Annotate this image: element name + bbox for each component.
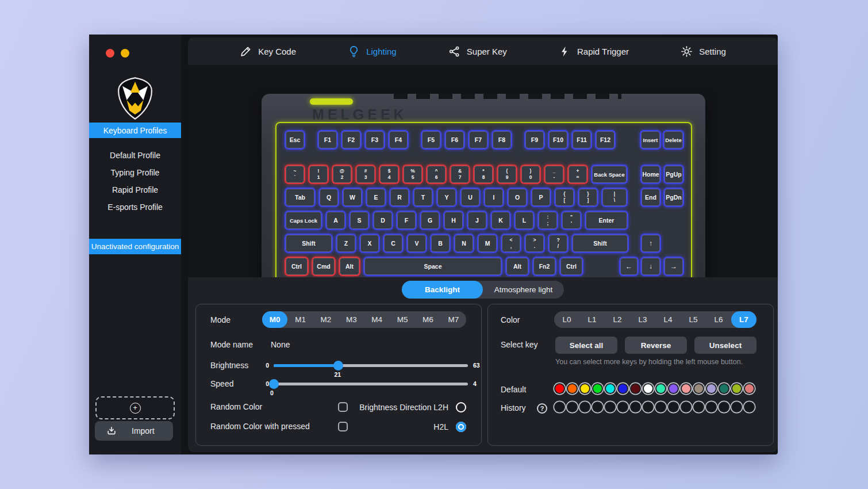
tab-rapid-trigger[interactable]: Rapid Trigger <box>559 45 629 58</box>
history-swatch-15[interactable] <box>732 403 741 411</box>
default-swatch-9[interactable] <box>656 384 665 393</box>
key-pgdn[interactable]: PgDn <box>663 188 684 207</box>
h2l-radio[interactable] <box>456 422 466 432</box>
key-f11[interactable]: F11 <box>571 130 592 150</box>
key-p[interactable]: P <box>531 188 551 207</box>
default-swatch-13[interactable] <box>707 384 716 393</box>
brightness-slider[interactable]: 21 <box>274 364 468 367</box>
key-home[interactable]: Home <box>640 165 661 184</box>
sidebar-item-default-profile[interactable]: Default Profile <box>89 147 181 164</box>
key-arrow-right[interactable]: → <box>663 257 684 276</box>
mode-option-m2[interactable]: M2 <box>313 311 339 328</box>
key-l[interactable]: L <box>514 211 535 230</box>
reverse-button[interactable]: Reverse <box>625 337 687 354</box>
default-swatch-3[interactable] <box>581 384 589 393</box>
key-b[interactable]: B <box>430 234 451 253</box>
default-swatch-16[interactable] <box>745 384 754 393</box>
history-help-icon[interactable]: ? <box>537 403 547 414</box>
sidebar-item-e-sports-profile[interactable]: E-sports Profile <box>89 198 181 216</box>
history-swatch-4[interactable] <box>593 403 602 411</box>
key-equals[interactable]: += <box>567 165 588 184</box>
key-f1[interactable]: F1 <box>317 130 338 150</box>
key-period[interactable]: >. <box>524 234 545 253</box>
default-swatch-8[interactable] <box>644 384 652 393</box>
key-arrow-down[interactable]: ↓ <box>640 257 661 276</box>
color-option-l5[interactable]: L5 <box>681 311 706 328</box>
key-3[interactable]: #3 <box>355 165 376 184</box>
history-swatch-14[interactable] <box>720 403 728 411</box>
key-shift-left[interactable]: Shift <box>285 234 333 253</box>
key-space[interactable]: Space <box>363 257 502 276</box>
key-alt-left[interactable]: Alt <box>339 257 360 276</box>
history-swatch-3[interactable] <box>581 403 589 411</box>
default-swatch-5[interactable] <box>606 384 614 393</box>
key-minus[interactable]: _- <box>544 165 564 184</box>
close-window-button[interactable] <box>106 49 114 58</box>
key-t[interactable]: T <box>413 188 433 207</box>
default-swatch-10[interactable] <box>669 384 678 393</box>
key-arrow-up[interactable]: ↑ <box>640 234 661 253</box>
key-z[interactable]: Z <box>336 234 356 253</box>
key-2[interactable]: @2 <box>332 165 352 184</box>
key-slash[interactable]: ?/ <box>548 234 569 253</box>
mode-option-m3[interactable]: M3 <box>339 311 364 328</box>
history-swatch-10[interactable] <box>669 403 678 411</box>
color-option-l3[interactable]: L3 <box>630 311 655 328</box>
key-e[interactable]: E <box>366 188 386 207</box>
key-f3[interactable]: F3 <box>364 130 385 150</box>
default-swatch-7[interactable] <box>631 384 640 393</box>
key-tilde[interactable]: ~` <box>285 165 305 184</box>
history-swatch-9[interactable] <box>656 403 665 411</box>
key-j[interactable]: J <box>467 211 487 230</box>
key-f2[interactable]: F2 <box>341 130 362 150</box>
color-option-l6[interactable]: L6 <box>706 311 731 328</box>
unselect-button[interactable]: Unselect <box>694 337 756 354</box>
key-o[interactable]: O <box>507 188 528 207</box>
key-pgup[interactable]: PgUp <box>663 165 684 184</box>
key-bracket-right[interactable]: }] <box>578 188 598 207</box>
import-button[interactable]: Import <box>95 421 173 441</box>
key-g[interactable]: G <box>420 211 440 230</box>
key-q[interactable]: Q <box>318 188 339 207</box>
key-f8[interactable]: F8 <box>491 130 512 150</box>
key-6[interactable]: ^6 <box>426 165 447 184</box>
key-tab[interactable]: Tab <box>285 188 316 207</box>
key-u[interactable]: U <box>460 188 481 207</box>
key-delete[interactable]: Delete <box>663 130 684 150</box>
key-d[interactable]: D <box>372 211 393 230</box>
default-swatch-6[interactable] <box>619 384 627 393</box>
history-swatch-13[interactable] <box>707 403 716 411</box>
speed-slider-thumb[interactable] <box>269 379 279 389</box>
key-0[interactable]: )0 <box>520 165 541 184</box>
l2h-radio[interactable] <box>456 402 466 412</box>
color-option-l2[interactable]: L2 <box>605 311 630 328</box>
key-9[interactable]: (9 <box>497 165 517 184</box>
tab-super-key[interactable]: Super Key <box>448 45 507 58</box>
key-bracket-left[interactable]: {[ <box>554 188 575 207</box>
key-f7[interactable]: F7 <box>468 130 489 150</box>
key-insert[interactable]: Insert <box>640 130 661 150</box>
key-4[interactable]: $4 <box>379 165 400 184</box>
key-k[interactable]: K <box>490 211 511 230</box>
key-cmd[interactable]: Cmd <box>312 257 336 276</box>
tab-setting[interactable]: Setting <box>681 45 726 58</box>
key-a[interactable]: A <box>325 211 346 230</box>
key-shift-right[interactable]: Shift <box>571 234 629 253</box>
color-option-l1[interactable]: L1 <box>579 311 605 328</box>
atmosphere-light-tab[interactable]: Atmosphere light <box>483 281 564 299</box>
mode-option-m5[interactable]: M5 <box>390 311 415 328</box>
add-profile-button[interactable]: + <box>95 396 175 419</box>
history-swatch-16[interactable] <box>745 403 754 411</box>
history-swatch-12[interactable] <box>694 403 703 411</box>
default-swatch-12[interactable] <box>694 384 703 393</box>
key-m[interactable]: M <box>477 234 498 253</box>
key-i[interactable]: I <box>483 188 504 207</box>
key-r[interactable]: R <box>389 188 410 207</box>
select-all-button[interactable]: Select all <box>555 337 617 354</box>
color-option-l4[interactable]: L4 <box>655 311 681 328</box>
key-f12[interactable]: F12 <box>595 130 616 150</box>
minimize-window-button[interactable] <box>121 49 129 58</box>
tab-key-code[interactable]: Key Code <box>240 45 296 58</box>
sidebar-item-typing-profile[interactable]: Typing Profile <box>89 164 181 181</box>
key-back-space[interactable]: Back Space <box>591 165 628 184</box>
